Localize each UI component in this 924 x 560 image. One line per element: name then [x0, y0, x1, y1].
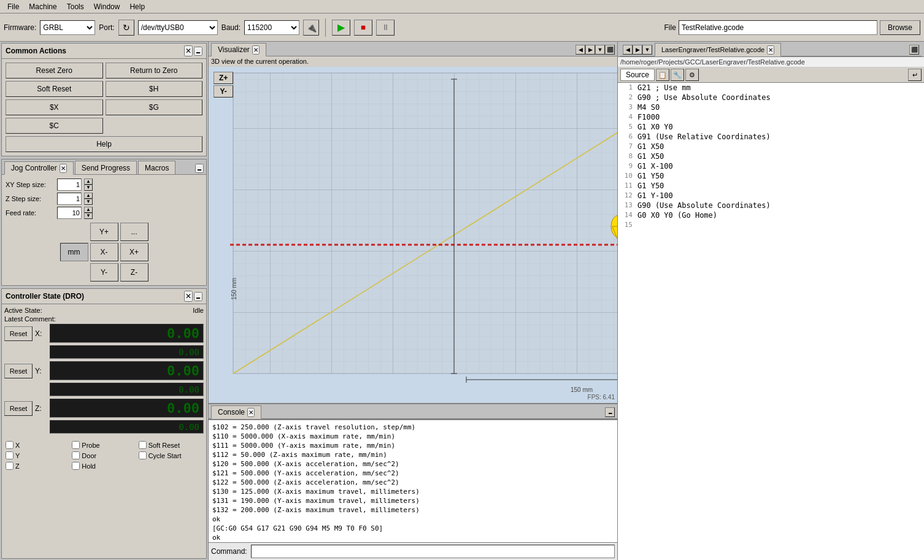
return-to-zero-button[interactable]: Return to Zero	[106, 63, 203, 79]
visualizer-svg: 150 mm 150 mm 0 mm	[209, 67, 617, 403]
jog-minimize[interactable]: 🗕	[195, 164, 204, 173]
feed-rate-input[interactable]	[57, 207, 82, 219]
menu-help[interactable]: Help	[125, 1, 150, 12]
tab-console[interactable]: Console ✕	[211, 405, 261, 419]
cycle-start-checkbox[interactable]	[139, 451, 147, 459]
probe-checkbox-row: Probe	[72, 441, 136, 449]
y-plus-button[interactable]: Y+	[90, 223, 118, 241]
common-actions-title: Common Actions	[6, 47, 66, 55]
line-text: G91 (Use Relative Coordinates)	[637, 132, 922, 141]
viz-nav-prev[interactable]: ◀	[576, 45, 585, 55]
port-select[interactable]: /dev/ttyUSB0	[138, 20, 218, 35]
menu-window[interactable]: Window	[89, 1, 125, 12]
browse-button[interactable]: Browse	[880, 20, 920, 35]
xy-step-down[interactable]: ▼	[84, 185, 93, 191]
door-checkbox[interactable]	[72, 451, 80, 459]
y-reset-button[interactable]: Reset	[4, 364, 33, 378]
feed-rate-label: Feed rate:	[6, 209, 55, 217]
file-input[interactable]	[679, 20, 877, 35]
x-plus-button[interactable]: X+	[120, 243, 148, 261]
soft-reset-checkbox[interactable]	[139, 441, 147, 449]
dro-close[interactable]: ✕	[184, 291, 193, 302]
z-step-up[interactable]: ▲	[84, 193, 93, 199]
connect-button[interactable]: 🔌	[303, 20, 319, 36]
code-nav-next[interactable]: ▶	[633, 45, 642, 55]
pause-button[interactable]: ⏸	[376, 20, 395, 36]
center-col: Visualizer ✕ ◀ ▶ ▼ ⬛ 3D view of the curr…	[209, 42, 617, 560]
tab-macros[interactable]: Macros	[138, 161, 175, 174]
console-minimize[interactable]: 🗕	[605, 407, 615, 417]
xy-step-input[interactable]	[57, 178, 82, 191]
code-maximize[interactable]: ⬛	[909, 45, 919, 55]
viz-nav-max[interactable]: ⬛	[605, 45, 615, 55]
x-reset-button[interactable]: Reset	[4, 326, 33, 341]
z-ellipsis-button[interactable]: ...	[120, 223, 148, 241]
feed-rate-up[interactable]: ▲	[84, 207, 93, 213]
hold-checkbox[interactable]	[72, 462, 80, 470]
x-checkbox[interactable]	[6, 441, 13, 449]
soft-reset-button[interactable]: Soft Reset	[6, 81, 103, 97]
y-checkbox[interactable]	[6, 451, 13, 459]
xy-step-up[interactable]: ▲	[84, 178, 93, 185]
visualizer-close[interactable]: ✕	[252, 45, 260, 55]
menu-file[interactable]: File	[2, 1, 24, 12]
baud-select[interactable]: 115200	[244, 20, 299, 35]
console-line: $111 = 5000.000 (Y-axis maximum rate, mm…	[211, 441, 615, 450]
code-tab-close[interactable]: ✕	[767, 45, 774, 55]
tab-jog-controller[interactable]: Jog Controller ✕	[4, 161, 74, 175]
dro-comment-row: Latest Comment:	[4, 315, 204, 323]
source-icon-1[interactable]: 📋	[656, 69, 669, 81]
common-actions-minimize[interactable]: 🗕	[194, 47, 202, 56]
code-nav-down[interactable]: ▼	[642, 45, 652, 55]
source-tab-button[interactable]: Source	[620, 69, 655, 81]
xy-step-label: XY Step size:	[6, 181, 55, 188]
help-button[interactable]: Help	[6, 136, 202, 152]
source-wrap-btn[interactable]: ↵	[908, 69, 922, 81]
z-reset-button[interactable]: Reset	[4, 401, 33, 416]
tab-send-progress[interactable]: Send Progress	[75, 161, 137, 174]
reset-zero-button[interactable]: Reset Zero	[6, 63, 103, 79]
console-line: $110 = 5000.000 (X-axis maximum rate, mm…	[211, 432, 615, 441]
y-minus-button[interactable]: Y-	[90, 263, 118, 282]
dro-z-row: Reset Z: 0.00	[4, 399, 204, 418]
dro-minimize[interactable]: 🗕	[194, 292, 202, 301]
viz-nav-down[interactable]: ▼	[595, 45, 605, 55]
tab-visualizer[interactable]: Visualizer ✕	[211, 43, 266, 56]
jog-close[interactable]: ✕	[60, 164, 67, 173]
z-minus-button[interactable]: Z-	[120, 263, 148, 282]
code-nav-prev[interactable]: ◀	[623, 45, 633, 55]
line-number: 15	[620, 221, 633, 229]
command-input[interactable]	[251, 545, 615, 558]
line-number: 10	[620, 172, 633, 180]
menu-machine[interactable]: Machine	[24, 1, 61, 12]
g-command-button[interactable]: $G	[106, 99, 203, 115]
play-button[interactable]: ▶	[332, 20, 350, 36]
h-command-button[interactable]: $H	[106, 81, 203, 97]
z-checkbox[interactable]	[6, 462, 13, 470]
tab-gcode-file[interactable]: LaserEngraver/TestRelative.gcode ✕	[655, 43, 781, 56]
line-text: G90 (Use Absolute Coordinates)	[637, 201, 922, 210]
soft-reset-checkbox-row: Soft Reset	[139, 441, 202, 449]
firmware-select[interactable]: GRBL	[40, 20, 95, 35]
viz-nav-next[interactable]: ▶	[585, 45, 595, 55]
probe-cb-label: Probe	[82, 442, 99, 449]
port-refresh-button[interactable]: ↻	[118, 20, 134, 36]
x-minus-button[interactable]: X-	[90, 243, 118, 261]
stop-button[interactable]: ■	[354, 20, 372, 36]
line-number: 2	[620, 93, 633, 101]
menu-tools[interactable]: Tools	[62, 1, 89, 12]
z-step-input[interactable]	[57, 193, 82, 205]
source-icon-2[interactable]: 🔧	[671, 69, 684, 81]
source-icon-3[interactable]: ⚙	[685, 69, 699, 81]
z-step-down[interactable]: ▼	[84, 199, 93, 205]
y-minus-viz-button[interactable]: Y-	[214, 85, 233, 98]
common-actions-close[interactable]: ✕	[184, 45, 193, 56]
y-axis-label: Y:	[35, 367, 47, 375]
c-command-button[interactable]: $C	[6, 118, 103, 134]
line-text: G0 X0 Y0 (Go Home)	[637, 211, 922, 220]
feed-rate-down[interactable]: ▼	[84, 213, 93, 219]
probe-checkbox[interactable]	[72, 441, 80, 449]
z-plus-viz-button[interactable]: Z+	[214, 72, 233, 84]
x-command-button[interactable]: $X	[6, 99, 103, 115]
console-close[interactable]: ✕	[247, 408, 255, 417]
